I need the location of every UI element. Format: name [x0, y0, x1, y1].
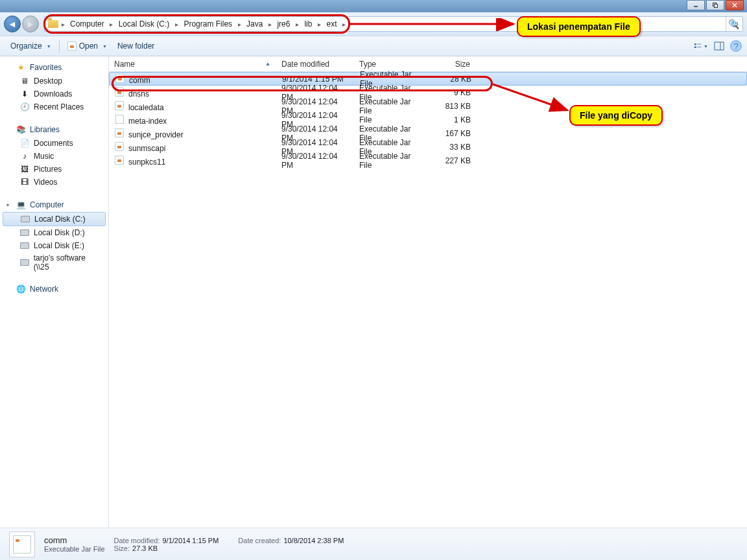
annotation-callout-location: Lokasi penempatan File	[517, 16, 641, 37]
breadcrumb-item[interactable]: Computer	[67, 19, 108, 29]
chevron-right-icon[interactable]: ▸	[315, 21, 323, 28]
breadcrumb-item[interactable]: Java	[243, 19, 266, 29]
file-size: 227 KB	[431, 156, 476, 165]
sidebar-item-label: Recent Places	[34, 102, 84, 111]
libraries-group[interactable]: 📚Libraries	[0, 122, 108, 137]
sidebar-item-label: Local Disk (E:)	[34, 241, 84, 250]
file-row[interactable]: sunpkcs119/30/2014 12:04 PMExecutable Ja…	[109, 154, 747, 167]
sidebar-item-music[interactable]: ♪Music	[0, 150, 108, 163]
sidebar-item-drive-c[interactable]: Local Disk (C:)	[3, 212, 106, 226]
breadcrumb-item[interactable]: ext	[323, 19, 340, 29]
file-date: 9/30/2014 12:04 PM	[276, 152, 354, 170]
new-folder-button[interactable]: New folder	[112, 39, 160, 53]
file-name: meta-index	[128, 117, 167, 126]
navigation-pane: ★Favorites 🖥Desktop ⬇Downloads 🕘Recent P…	[0, 56, 109, 528]
breadcrumb-item[interactable]: Local Disk (C:)	[115, 19, 173, 29]
jar-icon	[114, 100, 124, 111]
column-label: Name	[114, 60, 135, 69]
sidebar-item-downloads[interactable]: ⬇Downloads	[0, 88, 108, 100]
sidebar-item-pictures[interactable]: 🖼Pictures	[0, 163, 108, 176]
file-name: sunjce_provider	[128, 130, 184, 139]
sort-asc-icon: ▲	[265, 61, 270, 67]
file-icon	[114, 114, 124, 124]
drive-icon	[20, 214, 30, 224]
details-value: 9/1/2014 1:15 PM	[162, 537, 219, 544]
sidebar-item-documents[interactable]: 📄Documents	[0, 137, 108, 150]
details-label: Size:	[114, 544, 130, 552]
jar-icon	[114, 128, 124, 138]
drive-icon	[19, 228, 30, 238]
preview-pane-button[interactable]	[712, 39, 726, 53]
libraries-label: Libraries	[30, 125, 60, 134]
jar-icon	[115, 73, 125, 84]
file-size: 813 KB	[431, 102, 476, 111]
network-label: Network	[30, 285, 58, 294]
chevron-right-icon[interactable]: ▸	[172, 21, 180, 28]
column-size[interactable]: Size	[431, 56, 476, 71]
details-label: Date modified:	[114, 537, 160, 544]
sidebar-item-label: tarjo's software (\\25	[34, 253, 102, 272]
annotation-callout-copyfile: File yang diCopy	[569, 105, 663, 126]
drive-icon	[19, 240, 30, 251]
sidebar-item-label: Desktop	[34, 76, 62, 86]
file-size: 167 KB	[431, 129, 476, 138]
sidebar-item-recent[interactable]: 🕘Recent Places	[0, 100, 108, 113]
help-button[interactable]: ?	[730, 40, 742, 52]
chevron-right-icon[interactable]: ▸	[59, 21, 67, 28]
computer-group[interactable]: ▾💻Computer	[0, 198, 108, 212]
jar-icon	[114, 141, 124, 152]
sidebar-item-videos[interactable]: 🎞Videos	[0, 176, 108, 189]
file-size: 1 KB	[431, 115, 476, 124]
jar-icon	[67, 41, 77, 51]
forward-button[interactable]: ►	[22, 16, 39, 32]
open-button[interactable]: Open	[62, 39, 112, 53]
jar-icon	[114, 155, 124, 165]
chevron-right-icon[interactable]: ▸	[108, 21, 115, 28]
close-button[interactable]	[726, 0, 744, 10]
column-date[interactable]: Date modified	[276, 56, 354, 71]
maximize-button[interactable]	[706, 0, 724, 10]
file-type: Executable Jar File	[354, 152, 431, 170]
breadcrumb-item[interactable]: lib	[301, 19, 315, 29]
file-name: dnsns	[128, 89, 149, 99]
column-name[interactable]: Name▲	[109, 56, 276, 71]
back-button[interactable]: ◄	[4, 16, 21, 32]
svg-rect-2	[715, 5, 718, 8]
view-options-button[interactable]	[694, 39, 708, 53]
file-name: localedata	[128, 103, 164, 112]
file-size: 28 KB	[431, 75, 477, 84]
chevron-right-icon[interactable]: ▸	[340, 21, 348, 28]
details-filename: comm	[44, 535, 105, 545]
minimize-button[interactable]	[687, 0, 705, 10]
breadcrumb-item[interactable]: jre6	[274, 19, 293, 29]
chevron-right-icon[interactable]: ▸	[235, 21, 243, 28]
file-name: sunpkcs11	[128, 158, 165, 167]
network-icon: 🌐	[16, 284, 26, 294]
search-icon[interactable]: 🔍	[728, 19, 739, 29]
open-label: Open	[79, 41, 98, 51]
star-icon: ★	[16, 62, 26, 73]
organize-button[interactable]: Organize	[5, 39, 56, 53]
svg-rect-9	[715, 42, 724, 50]
sidebar-item-drive-d[interactable]: Local Disk (D:)	[0, 226, 108, 239]
folder-icon	[47, 18, 59, 30]
breadcrumb-item[interactable]: Program Files	[180, 19, 235, 29]
documents-icon: 📄	[19, 138, 30, 148]
chevron-down-icon: ▾	[6, 202, 12, 208]
sidebar-item-desktop[interactable]: 🖥Desktop	[0, 75, 108, 88]
favorites-group[interactable]: ★Favorites	[0, 60, 108, 75]
sidebar-item-label: Local Disk (D:)	[34, 228, 85, 237]
sidebar-item-label: Downloads	[34, 89, 72, 99]
command-bar: Organize Open New folder ?	[0, 36, 747, 56]
downloads-icon: ⬇	[19, 89, 30, 99]
details-filetype: Executable Jar File	[44, 545, 105, 553]
sidebar-item-drive-e[interactable]: Local Disk (E:)	[0, 239, 108, 252]
file-type: Executable Jar File	[354, 97, 431, 115]
sidebar-item-network-drive[interactable]: tarjo's software (\\25	[0, 252, 108, 273]
chevron-right-icon[interactable]: ▸	[293, 21, 301, 28]
chevron-right-icon[interactable]: ▸	[266, 21, 274, 28]
network-group[interactable]: 🌐Network	[0, 282, 108, 296]
file-list: Name▲ Date modified Type Size comm9/1/20…	[109, 56, 747, 528]
separator	[59, 40, 60, 52]
details-pane: comm Executable Jar File Date modified:9…	[0, 528, 747, 560]
